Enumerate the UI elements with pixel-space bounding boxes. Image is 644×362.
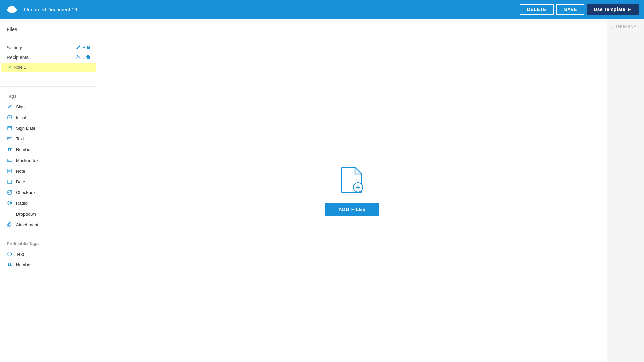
- divider-3: [0, 234, 97, 234]
- settings-edit-link[interactable]: Edit: [76, 45, 90, 50]
- tag-item-masked-text[interactable]: Masked text: [0, 155, 97, 166]
- tag-radio-label: Radio: [16, 201, 28, 206]
- dropdown-icon: [7, 211, 13, 217]
- svg-line-13: [8, 148, 9, 151]
- tag-item-pref-text[interactable]: Text: [0, 249, 97, 259]
- role-badge: ✓ Role 1: [1, 63, 96, 72]
- pen-icon: [7, 104, 13, 110]
- pref-hash-icon: [7, 262, 13, 268]
- tag-text-label: Text: [16, 136, 24, 141]
- checkbox-icon: [7, 189, 13, 195]
- masked-text-icon: [7, 157, 13, 163]
- svg-line-35: [10, 263, 11, 266]
- recipients-row: Recipients Edit: [0, 53, 97, 63]
- tag-sign-date-label: Sign Date: [16, 126, 35, 131]
- tag-item-initial[interactable]: SN Initial: [0, 112, 97, 123]
- tag-note-label: Note: [16, 169, 25, 174]
- tag-sign-label: Sign: [16, 104, 25, 109]
- chevrons-icon: »: [611, 24, 614, 29]
- tags-section-title: Tags: [0, 91, 97, 101]
- pencil-icon: [76, 45, 81, 50]
- svg-rect-17: [7, 159, 12, 162]
- svg-line-14: [10, 148, 11, 151]
- tag-dropdown-label: Dropdown: [16, 212, 36, 217]
- attachment-icon: [7, 222, 13, 228]
- note-icon: [7, 168, 13, 174]
- tag-attachment-label: Attachment: [16, 222, 38, 227]
- svg-rect-24: [8, 180, 12, 184]
- tag-item-date[interactable]: Date: [0, 176, 97, 187]
- initial-icon: SN: [7, 114, 13, 120]
- tag-item-attachment[interactable]: Attachment: [0, 219, 97, 230]
- tag-item-number[interactable]: Number: [0, 144, 97, 155]
- document-title: Unnamed Document 16...: [24, 7, 514, 12]
- calendar-sign-icon: [7, 125, 13, 131]
- header-actions: DELETE SAVE Use Template ►: [520, 4, 639, 15]
- add-files-button[interactable]: ADD FILES: [325, 203, 379, 216]
- save-button[interactable]: SAVE: [556, 4, 584, 15]
- text-field-icon: [7, 136, 13, 142]
- add-file-icon: [339, 165, 366, 196]
- thumbnail-label: » THUMBNAIL: [611, 24, 640, 29]
- svg-point-3: [9, 6, 15, 12]
- delete-button[interactable]: DELETE: [520, 4, 554, 15]
- settings-row: Settings Edit: [0, 43, 97, 53]
- app-logo: [5, 3, 19, 16]
- person-icon: [76, 54, 81, 60]
- settings-label: Settings: [7, 45, 24, 50]
- prefillable-tags-title: Prefillable Tags: [0, 238, 97, 249]
- tag-pref-number-label: Number: [16, 262, 32, 267]
- right-panel: » THUMBNAIL: [607, 19, 644, 362]
- svg-point-30: [9, 202, 11, 204]
- svg-rect-21: [8, 169, 12, 173]
- svg-line-34: [8, 263, 9, 266]
- svg-rect-28: [8, 190, 12, 194]
- use-template-button[interactable]: Use Template ►: [587, 4, 639, 15]
- tag-initial-label: Initial: [16, 115, 26, 120]
- hash-icon: [7, 146, 13, 153]
- divider-1: [0, 39, 97, 39]
- files-section-title: Files: [0, 24, 97, 35]
- tag-item-dropdown[interactable]: Dropdown: [0, 208, 97, 219]
- divider-2: [0, 86, 97, 87]
- code-icon: [7, 251, 13, 257]
- svg-rect-7: [8, 126, 12, 130]
- document-canvas: ADD FILES: [97, 19, 607, 362]
- tag-item-checkbox[interactable]: Checkbox: [0, 187, 97, 198]
- app-header: Unnamed Document 16... DELETE SAVE Use T…: [0, 0, 644, 19]
- date-calendar-icon: [7, 179, 13, 185]
- arrow-right-icon: ►: [627, 7, 632, 12]
- tag-masked-text-label: Masked text: [16, 158, 40, 163]
- recipients-label: Recipients: [7, 55, 29, 60]
- sidebar: Files Settings Edit Recipients: [0, 19, 97, 362]
- radio-icon: [7, 200, 13, 206]
- checkmark-icon: ✓: [8, 65, 12, 70]
- main-layout: Files Settings Edit Recipients: [0, 19, 644, 362]
- tag-item-text[interactable]: Text: [0, 133, 97, 144]
- tag-item-sign-date[interactable]: Sign Date: [0, 123, 97, 133]
- tag-item-pref-number[interactable]: Number: [0, 259, 97, 270]
- add-files-container: ADD FILES: [325, 165, 379, 216]
- svg-point-4: [77, 55, 79, 57]
- tag-checkbox-label: Checkbox: [16, 190, 36, 195]
- tag-item-radio[interactable]: Radio: [0, 198, 97, 208]
- svg-text:SN: SN: [8, 116, 12, 119]
- tag-pref-text-label: Text: [16, 252, 24, 257]
- tag-item-sign[interactable]: Sign: [0, 101, 97, 112]
- tag-item-note[interactable]: Note: [0, 166, 97, 176]
- tag-date-label: Date: [16, 179, 25, 184]
- recipients-edit-link[interactable]: Edit: [76, 54, 90, 60]
- spacer: [0, 72, 97, 82]
- svg-point-29: [8, 201, 12, 205]
- tag-number-label: Number: [16, 147, 32, 152]
